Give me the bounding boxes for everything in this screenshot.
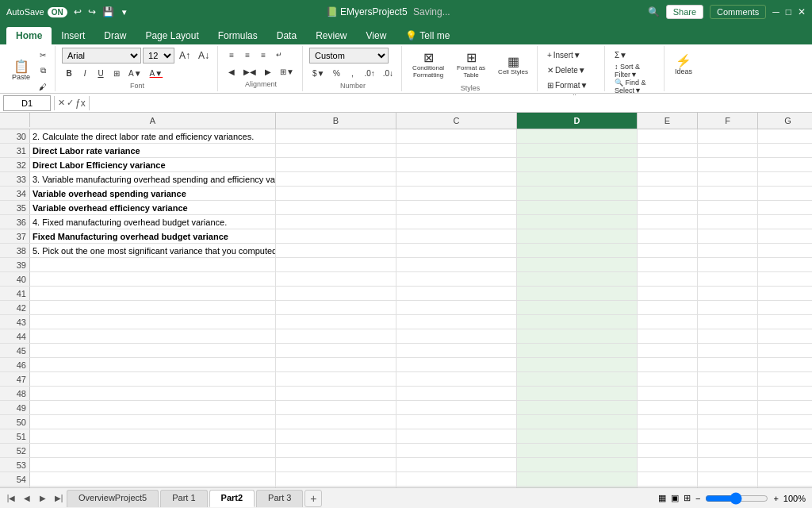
row-number[interactable]: 54 xyxy=(0,472,30,486)
table-cell[interactable] xyxy=(396,187,517,200)
sheet-tab-part3[interactable]: Part 3 xyxy=(256,490,303,507)
table-cell[interactable] xyxy=(276,472,396,486)
italic-button[interactable]: I xyxy=(78,66,92,80)
table-cell[interactable] xyxy=(758,187,812,200)
table-cell[interactable] xyxy=(698,215,758,229)
comments-button[interactable]: Comments xyxy=(710,5,766,19)
table-cell[interactable] xyxy=(638,172,698,186)
table-cell[interactable] xyxy=(276,158,396,171)
tab-tell-me[interactable]: 💡 Tell me xyxy=(396,27,459,44)
row-number[interactable]: 39 xyxy=(0,258,30,271)
sum-button[interactable]: Σ▼ xyxy=(611,48,659,62)
table-cell[interactable] xyxy=(396,415,517,429)
table-cell[interactable] xyxy=(517,344,638,357)
table-cell[interactable] xyxy=(698,329,758,343)
align-top-center[interactable]: ≡ xyxy=(240,48,255,62)
paste-button[interactable]: 📋 Paste xyxy=(8,53,34,88)
row-number[interactable]: 31 xyxy=(0,144,30,157)
table-cell[interactable] xyxy=(698,187,758,200)
table-cell[interactable] xyxy=(30,429,276,443)
table-cell[interactable] xyxy=(396,287,517,300)
table-cell[interactable] xyxy=(30,472,276,486)
table-cell[interactable] xyxy=(276,301,396,314)
table-cell[interactable] xyxy=(758,258,812,271)
table-cell[interactable] xyxy=(276,287,396,300)
table-cell[interactable] xyxy=(698,444,758,457)
table-cell[interactable] xyxy=(698,372,758,386)
row-number[interactable]: 30 xyxy=(0,129,30,143)
table-cell[interactable] xyxy=(698,272,758,286)
table-cell[interactable] xyxy=(698,387,758,400)
table-cell[interactable] xyxy=(758,487,812,487)
table-cell[interactable] xyxy=(698,244,758,257)
sort-filter-button[interactable]: ↕ Sort & Filter▼ xyxy=(611,64,659,78)
table-cell[interactable] xyxy=(396,329,517,343)
table-cell[interactable] xyxy=(30,358,276,371)
table-cell[interactable] xyxy=(758,444,812,457)
row-number[interactable]: 44 xyxy=(0,329,30,343)
tab-formulas[interactable]: Formulas xyxy=(209,27,267,44)
table-cell[interactable] xyxy=(517,215,638,229)
format-painter-button[interactable]: 🖌 xyxy=(36,79,50,94)
insert-cells-button[interactable]: + Insert▼ xyxy=(544,48,599,62)
table-cell[interactable] xyxy=(276,444,396,457)
tab-home[interactable]: Home xyxy=(6,27,52,44)
normal-view-icon[interactable]: ▦ xyxy=(658,493,666,503)
tab-draw[interactable]: Draw xyxy=(94,27,136,44)
table-cell[interactable] xyxy=(396,344,517,357)
autosave-state[interactable]: ON xyxy=(48,7,67,17)
table-cell[interactable] xyxy=(758,472,812,486)
table-cell[interactable] xyxy=(517,144,638,157)
bold-button[interactable]: B xyxy=(62,66,76,80)
table-cell[interactable] xyxy=(638,415,698,429)
table-cell[interactable] xyxy=(638,329,698,343)
table-cell[interactable] xyxy=(276,329,396,343)
table-cell[interactable] xyxy=(517,229,638,243)
table-cell[interactable] xyxy=(758,229,812,243)
table-cell[interactable] xyxy=(396,215,517,229)
table-cell[interactable] xyxy=(638,144,698,157)
table-cell[interactable]: 3. Variable manufacturing overhead spend… xyxy=(30,172,276,186)
table-cell[interactable]: 4. Fixed manufacturing overhead budget v… xyxy=(30,215,276,229)
table-cell[interactable] xyxy=(638,229,698,243)
close-icon[interactable]: ✕ xyxy=(798,6,806,17)
table-cell[interactable] xyxy=(638,387,698,400)
table-cell[interactable] xyxy=(517,329,638,343)
row-number[interactable]: 47 xyxy=(0,372,30,386)
table-cell[interactable] xyxy=(30,387,276,400)
row-number[interactable]: 48 xyxy=(0,387,30,400)
table-cell[interactable] xyxy=(396,172,517,186)
table-cell[interactable] xyxy=(517,401,638,414)
table-cell[interactable] xyxy=(396,315,517,329)
cell-styles-button[interactable]: ▦ Cell Styles xyxy=(494,48,532,83)
table-cell[interactable] xyxy=(758,372,812,386)
table-cell[interactable] xyxy=(698,415,758,429)
table-cell[interactable] xyxy=(638,472,698,486)
table-cell[interactable] xyxy=(638,315,698,329)
autosave-toggle[interactable]: AutoSave ON xyxy=(6,7,67,17)
table-cell[interactable] xyxy=(638,287,698,300)
table-cell[interactable] xyxy=(276,315,396,329)
page-layout-view-icon[interactable]: ▣ xyxy=(671,493,679,503)
table-cell[interactable] xyxy=(758,344,812,357)
table-cell[interactable] xyxy=(517,244,638,257)
table-cell[interactable]: 2. Calculate the direct labor rate and e… xyxy=(30,129,276,143)
table-cell[interactable] xyxy=(396,387,517,400)
sheet-nav-first[interactable]: |◀ xyxy=(3,491,19,506)
table-cell[interactable] xyxy=(517,387,638,400)
row-number[interactable]: 35 xyxy=(0,201,30,214)
table-cell[interactable] xyxy=(276,358,396,371)
table-cell[interactable] xyxy=(396,201,517,214)
find-select-button[interactable]: 🔍 Find & Select▼ xyxy=(611,79,659,94)
table-cell[interactable] xyxy=(517,129,638,143)
number-format-select[interactable]: Custom xyxy=(309,48,389,64)
page-break-view-icon[interactable]: ⊞ xyxy=(684,493,691,503)
table-cell[interactable] xyxy=(396,458,517,471)
table-cell[interactable] xyxy=(698,429,758,443)
table-cell[interactable] xyxy=(396,358,517,371)
table-cell[interactable]: 5. Pick out the one most significant var… xyxy=(30,244,276,257)
table-cell[interactable] xyxy=(638,458,698,471)
table-cell[interactable] xyxy=(276,201,396,214)
table-cell[interactable] xyxy=(276,229,396,243)
row-number[interactable]: 50 xyxy=(0,415,30,429)
